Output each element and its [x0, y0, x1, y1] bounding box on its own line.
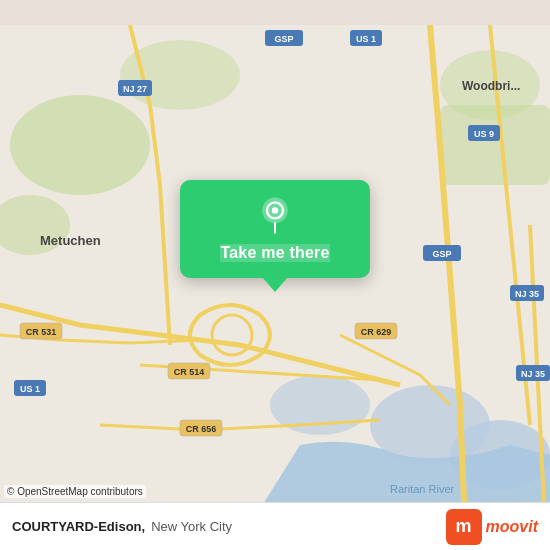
svg-text:CR 656: CR 656 — [186, 424, 217, 434]
svg-point-1 — [10, 95, 150, 195]
svg-text:Metuchen: Metuchen — [40, 233, 101, 248]
svg-text:Woodbri...: Woodbri... — [462, 79, 520, 93]
location-info: COURTYARD-Edison, New York City — [12, 519, 232, 534]
svg-text:NJ 35: NJ 35 — [515, 289, 539, 299]
svg-text:Raritan River: Raritan River — [390, 483, 455, 495]
svg-text:US 1: US 1 — [356, 34, 376, 44]
location-pin-icon — [255, 196, 295, 236]
svg-text:CR 514: CR 514 — [174, 367, 205, 377]
cta-card[interactable]: Take me there — [180, 180, 370, 278]
map-attribution: © OpenStreetMap contributors — [4, 485, 146, 498]
moovit-icon: m — [446, 509, 482, 545]
svg-text:GSP: GSP — [432, 249, 451, 259]
svg-point-39 — [272, 207, 278, 213]
location-name: COURTYARD-Edison, — [12, 519, 145, 534]
svg-text:CR 629: CR 629 — [361, 327, 392, 337]
map-container: Raritan River GSP US 1 NJ 27 US 9 — [0, 0, 550, 550]
svg-text:NJ 35: NJ 35 — [521, 369, 545, 379]
moovit-logo: m moovit — [446, 509, 538, 545]
bottom-bar: COURTYARD-Edison, New York City m moovit — [0, 502, 550, 550]
location-city: New York City — [151, 519, 232, 534]
svg-text:GSP: GSP — [274, 34, 293, 44]
svg-text:US 9: US 9 — [474, 129, 494, 139]
svg-text:US 1: US 1 — [20, 384, 40, 394]
moovit-text: moovit — [486, 518, 538, 536]
take-me-there-button[interactable]: Take me there — [220, 244, 329, 262]
svg-text:CR 531: CR 531 — [26, 327, 57, 337]
svg-text:NJ 27: NJ 27 — [123, 84, 147, 94]
